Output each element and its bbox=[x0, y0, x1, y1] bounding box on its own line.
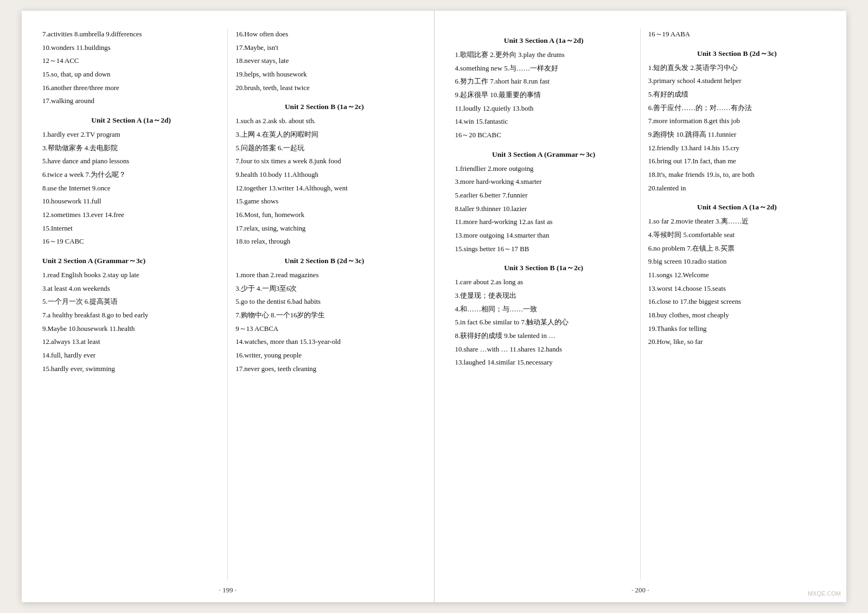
list-item: 7.activities 8.umbrella 9.differences bbox=[42, 28, 220, 41]
list-item: 5.earlier 6.better 7.funnier bbox=[455, 189, 633, 202]
list-item: 3.primary school 4.student helper bbox=[648, 75, 826, 88]
list-item: 14.full, hardly ever bbox=[42, 349, 220, 362]
list-item: 16.writer, young people bbox=[235, 349, 413, 362]
list-item: 5.问题的答案 6.一起玩 bbox=[235, 142, 413, 155]
left-page-col1: 7.activities 8.umbrella 9.differences 10… bbox=[37, 28, 225, 580]
list-item: 16.close to 17.the biggest screens bbox=[648, 296, 826, 309]
list-item: 6.twice a week 7.为什么呢？ bbox=[42, 169, 220, 182]
list-item: 15.Internet bbox=[42, 222, 220, 235]
list-item: 4.something new 5.与……一样友好 bbox=[455, 62, 633, 75]
list-item: 10.wonders 11.buildings bbox=[42, 42, 220, 55]
list-item: 16.another three/three more bbox=[42, 82, 220, 95]
list-item: 8.taller 9.thinner 10.lazier bbox=[455, 203, 633, 216]
list-item: 10.share …with … 11.shares 12.hands bbox=[455, 343, 633, 356]
list-item: 6.no problem 7.在镇上 8.买票 bbox=[648, 242, 826, 256]
list-item: 9～13 ACBCA bbox=[235, 323, 413, 336]
right-page-col1: Unit 3 Section A (1a～2d) 1.歌唱比赛 2.更外向 3.… bbox=[450, 28, 638, 580]
page-number-right: · 200 · bbox=[631, 586, 649, 595]
list-item: 6.善于应付……的；对……有办法 bbox=[648, 102, 826, 115]
list-item: 5.have dance and piano lessons bbox=[42, 155, 220, 168]
right-page-col2: 16～19 AABA Unit 3 Section B (2d～3c) 1.短的… bbox=[643, 28, 831, 580]
section-items: 1.such as 2.ask sb. about sth. 3.上网 4.在英… bbox=[235, 115, 413, 248]
list-item: 3.使显现；使表现出 bbox=[455, 290, 633, 303]
list-item: 13.worst 14.choose 15.seats bbox=[648, 283, 826, 296]
list-item: 11.more hard-working 12.as fast as bbox=[455, 216, 633, 229]
list-item: 3.少于 4.一周3至6次 bbox=[235, 283, 413, 296]
list-item: 4.等候时间 5.comfortable seat bbox=[648, 229, 826, 242]
section-title: Unit 3 Section A (Grammar～3c) bbox=[455, 150, 633, 159]
list-item: 19.Thanks for telling bbox=[648, 323, 826, 336]
list-item: 7.more information 8.get this job bbox=[648, 115, 826, 128]
list-item: 16.Most, fun, homework bbox=[235, 209, 413, 222]
page-number-left: · 199 · bbox=[219, 586, 237, 595]
list-item: 12～14 ACC bbox=[42, 55, 220, 68]
list-item: 8.use the Internet 9.once bbox=[42, 182, 220, 195]
section-items: 1.care about 2.as long as 3.使显现；使表现出 4.和… bbox=[455, 276, 633, 369]
left-page-col2: 16.How often does 17.Maybe, isn't 18.nev… bbox=[230, 28, 418, 580]
intro-items-col2: 16.How often does 17.Maybe, isn't 18.nev… bbox=[235, 28, 413, 94]
section-items: 1.hardly ever 2.TV program 3.帮助做家务 4.去电影… bbox=[42, 129, 220, 248]
section-title: Unit 2 Section B (1a～2c) bbox=[235, 102, 413, 112]
list-item: 10.housework 11.full bbox=[42, 195, 220, 208]
list-item: 18.It's, make friends 19.is, to, are bot… bbox=[648, 169, 826, 182]
section-items: 1.friendlier 2.more outgoing 3.more hard… bbox=[455, 163, 633, 256]
list-item: 1.hardly ever 2.TV program bbox=[42, 129, 220, 142]
list-item: 9.big screen 10.radio station bbox=[648, 256, 826, 269]
list-item: 7.a healthy breakfast 8.go to bed early bbox=[42, 309, 220, 322]
list-item: 6.努力工作 7.short hair 8.run fast bbox=[455, 75, 633, 88]
list-item: 12.always 13.at least bbox=[42, 336, 220, 349]
list-item: 12.friendly 13.hard 14.his 15.cry bbox=[648, 142, 826, 155]
section-title: Unit 2 Section A (Grammar～3c) bbox=[42, 256, 220, 266]
list-item: 17.Maybe, isn't bbox=[235, 42, 413, 55]
list-item: 17.relax, using, watching bbox=[235, 222, 413, 235]
list-item: 9.health 10.body 11.Although bbox=[235, 169, 413, 182]
list-item: 20.brush, teeth, least twice bbox=[235, 82, 413, 95]
list-item: 9.Maybe 10.housework 11.health bbox=[42, 323, 220, 336]
list-item: 18.never stays, late bbox=[235, 55, 413, 68]
list-item: 19.helps, with housework bbox=[235, 68, 413, 81]
list-item: 1.such as 2.ask sb. about sth. bbox=[235, 115, 413, 128]
list-item: 17.never goes, teeth cleaning bbox=[235, 363, 413, 376]
list-item: 1.care about 2.as long as bbox=[455, 276, 633, 289]
intro-items-col1: 7.activities 8.umbrella 9.differences 10… bbox=[42, 28, 220, 108]
watermark: MXQE.COM bbox=[808, 590, 841, 597]
page-left: 7.activities 8.umbrella 9.differences 10… bbox=[22, 11, 435, 602]
list-item: 5.in fact 6.be similar to 7.触动某人的心 bbox=[455, 316, 633, 329]
list-item: 12.sometimes 13.ever 14.free bbox=[42, 209, 220, 222]
book-spread: 7.activities 8.umbrella 9.differences 10… bbox=[22, 11, 846, 602]
list-item: 1.歌唱比赛 2.更外向 3.play the drums bbox=[455, 49, 633, 62]
list-item: 13.laughed 14.similar 15.necessary bbox=[455, 356, 633, 369]
list-item: 3.at least 4.on weekends bbox=[42, 283, 220, 296]
list-item: 8.获得好的成绩 9.be talented in … bbox=[455, 330, 633, 343]
section-title: Unit 2 Section A (1a～2d) bbox=[42, 116, 220, 125]
list-item: 20.talented in bbox=[648, 182, 826, 195]
section-title: Unit 3 Section B (2d～3c) bbox=[648, 49, 826, 59]
list-item: 18.buy clothes, most cheaply bbox=[648, 309, 826, 322]
list-item: 5.go to the dentist 6.bad habits bbox=[235, 296, 413, 309]
section-items: 1.more than 2.read magazines 3.少于 4.一周3至… bbox=[235, 269, 413, 375]
list-item: 1.read English books 2.stay up late bbox=[42, 269, 220, 282]
section-title: Unit 4 Section A (1a～2d) bbox=[648, 202, 826, 212]
section-items: 1.read English books 2.stay up late 3.at… bbox=[42, 269, 220, 375]
list-item: 17.walking around bbox=[42, 95, 220, 108]
section-items: 1.so far 2.movie theater 3.离……近 4.等候时间 5… bbox=[648, 215, 826, 349]
list-item: 9.跑得快 10.跳得高 11.funnier bbox=[648, 129, 826, 142]
list-item: 20.How, like, so far bbox=[648, 336, 826, 349]
list-item: 11.songs 12.Welcome bbox=[648, 269, 826, 282]
list-item: 3.more hard-working 4.smarter bbox=[455, 176, 633, 189]
list-item: 12.together 13.writer 14.Although, went bbox=[235, 182, 413, 195]
list-item: 1.more than 2.read magazines bbox=[235, 269, 413, 282]
col-divider bbox=[227, 28, 228, 580]
list-item: 1.短的直头发 2.英语学习中心 bbox=[648, 62, 826, 75]
list-item: 4.和……相同；与……一致 bbox=[455, 303, 633, 316]
list-item: 18.to relax, through bbox=[235, 235, 413, 248]
section-title: Unit 2 Section B (2d～3c) bbox=[235, 256, 413, 266]
list-item: 15.game shows bbox=[235, 195, 413, 208]
list-item: 15.sings better 16～17 BB bbox=[455, 243, 633, 256]
list-item: 9.起床很早 10.最重要的事情 bbox=[455, 89, 633, 102]
list-item: 15.hardly ever, swimming bbox=[42, 363, 220, 376]
list-item: 1.so far 2.movie theater 3.离……近 bbox=[648, 215, 826, 228]
section-items: 1.短的直头发 2.英语学习中心 3.primary school 4.stud… bbox=[648, 62, 826, 195]
list-item: 16.bring out 17.In fact, than me bbox=[648, 155, 826, 168]
list-item: 5.有好的成绩 bbox=[648, 88, 826, 101]
